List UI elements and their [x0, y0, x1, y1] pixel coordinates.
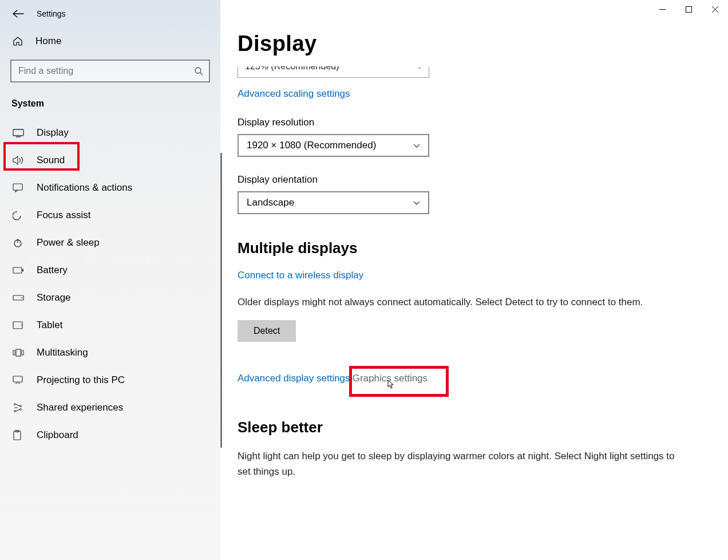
chevron-down-icon: [413, 144, 420, 148]
close-button[interactable]: [702, 0, 728, 18]
sidebar: Settings Home System Display Sound Not: [0, 0, 220, 560]
sidebar-item-display[interactable]: Display: [0, 119, 220, 147]
svg-rect-12: [13, 350, 15, 355]
svg-rect-4: [13, 184, 22, 190]
sidebar-item-power-sleep[interactable]: Power & sleep: [0, 229, 220, 257]
sound-icon: [13, 156, 24, 165]
search-box[interactable]: [10, 60, 210, 82]
orientation-label: Display orientation: [238, 174, 711, 186]
svg-point-17: [20, 405, 22, 407]
svg-point-9: [21, 297, 22, 298]
search-icon: [194, 66, 203, 76]
svg-rect-6: [13, 267, 22, 273]
shared-icon: [13, 403, 24, 413]
sidebar-item-label: Focus assist: [37, 210, 90, 221]
multitasking-icon: [13, 349, 24, 357]
orientation-dropdown[interactable]: Landscape: [238, 191, 429, 214]
sidebar-item-label: Battery: [37, 265, 68, 276]
advanced-scaling-link[interactable]: Advanced scaling settings: [238, 88, 350, 100]
svg-rect-14: [22, 350, 23, 355]
svg-rect-13: [16, 349, 21, 356]
home-nav[interactable]: Home: [0, 29, 220, 60]
scroll-indicator[interactable]: [220, 153, 222, 448]
svg-point-2: [195, 68, 201, 73]
projecting-icon: [13, 376, 24, 385]
sidebar-item-notifications[interactable]: Notifications & actions: [0, 174, 220, 202]
resolution-label: Display resolution: [238, 117, 711, 128]
battery-icon: [13, 267, 24, 274]
sidebar-item-clipboard[interactable]: Clipboard: [0, 421, 220, 449]
minimize-button[interactable]: [649, 0, 675, 18]
back-button[interactable]: [13, 10, 24, 18]
display-icon: [13, 129, 24, 137]
advanced-display-link[interactable]: Advanced display settings: [238, 373, 350, 384]
focus-icon: [13, 210, 24, 220]
sleep-body-text: Night light can help you get to sleep by…: [238, 449, 690, 479]
storage-icon: [13, 295, 24, 301]
sleep-better-heading: Sleep better: [238, 419, 711, 436]
sidebar-item-shared[interactable]: Shared experiences: [0, 394, 220, 421]
sidebar-item-multitasking[interactable]: Multitasking: [0, 339, 220, 366]
svg-point-16: [14, 404, 16, 405]
svg-rect-1: [686, 6, 691, 12]
power-icon: [13, 238, 24, 248]
sidebar-item-storage[interactable]: Storage: [0, 284, 220, 311]
sidebar-item-label: Display: [37, 127, 69, 139]
scale-value: 125% (Recommended): [245, 66, 339, 71]
svg-point-18: [14, 411, 16, 412]
sidebar-item-label: Projecting to this PC: [37, 374, 125, 386]
svg-rect-3: [13, 129, 23, 136]
svg-rect-20: [14, 431, 21, 440]
scale-dropdown[interactable]: 125% (Recommended) ⌄: [238, 66, 429, 78]
sidebar-item-projecting[interactable]: Projecting to this PC: [0, 366, 220, 394]
home-label: Home: [35, 36, 61, 47]
svg-point-19: [20, 409, 22, 411]
window-controls: [649, 0, 728, 18]
svg-rect-15: [13, 376, 22, 382]
page-title: Display: [238, 31, 711, 56]
sidebar-item-battery[interactable]: Battery: [0, 257, 220, 284]
svg-point-11: [21, 325, 22, 326]
chevron-down-icon: ⌄: [417, 66, 422, 70]
multiple-displays-heading: Multiple displays: [238, 239, 711, 257]
sidebar-item-label: Shared experiences: [37, 402, 123, 413]
maximize-button[interactable]: [675, 0, 702, 18]
clipboard-icon: [13, 430, 24, 440]
sidebar-item-label: Multitasking: [37, 347, 88, 358]
svg-rect-0: [659, 9, 666, 10]
chevron-down-icon: [413, 201, 420, 205]
graphics-settings-link[interactable]: Graphics settings: [353, 373, 428, 384]
tablet-icon: [13, 321, 24, 329]
home-icon: [13, 36, 23, 46]
notifications-icon: [13, 183, 24, 192]
sidebar-item-tablet[interactable]: Tablet: [0, 311, 220, 339]
resolution-dropdown[interactable]: 1920 × 1080 (Recommended): [238, 134, 429, 157]
sidebar-item-label: Power & sleep: [37, 237, 100, 249]
sidebar-item-label: Sound: [37, 155, 65, 166]
category-label: System: [0, 93, 220, 119]
sidebar-item-label: Tablet: [37, 320, 62, 331]
resolution-value: 1920 × 1080 (Recommended): [247, 140, 376, 151]
sidebar-item-focus-assist[interactable]: Focus assist: [0, 202, 220, 229]
sidebar-item-label: Notifications & actions: [37, 182, 132, 194]
sidebar-item-label: Storage: [37, 292, 71, 303]
orientation-value: Landscape: [247, 197, 294, 208]
sidebar-item-sound[interactable]: Sound: [0, 147, 220, 174]
wireless-display-link[interactable]: Connect to a wireless display: [238, 270, 363, 281]
svg-rect-7: [22, 269, 23, 271]
app-title: Settings: [37, 9, 66, 18]
search-input[interactable]: [10, 60, 210, 82]
detect-hint-text: Older displays might not always connect …: [238, 295, 690, 310]
main-content: Display 125% (Recommended) ⌄ Advanced sc…: [220, 0, 728, 560]
sidebar-item-label: Clipboard: [37, 429, 78, 441]
detect-button[interactable]: Detect: [238, 320, 296, 342]
